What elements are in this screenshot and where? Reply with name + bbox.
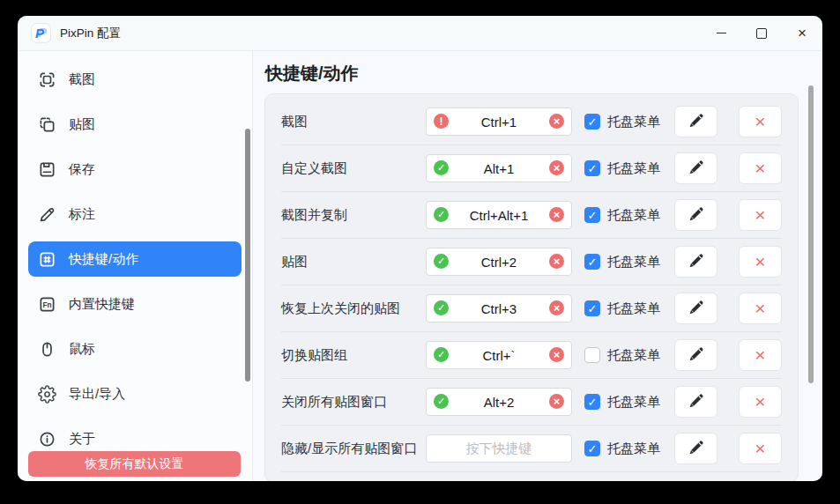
tray-menu-label: 托盘菜单	[607, 347, 660, 364]
main-panel: 快捷键/动作 截图 ! Ctrl+1 × ✓ 托盘菜单 × 自定义截图 ✓ Al…	[253, 51, 822, 481]
sidebar-item-builtin-hotkeys[interactable]: Fn 内置快捷键	[28, 286, 242, 322]
sidebar-item-pin-image[interactable]: 贴图	[28, 107, 242, 142]
clear-hotkey-icon[interactable]: ×	[549, 254, 564, 269]
sidebar-item-label: 保存	[69, 161, 95, 178]
hotkey-status-icon: !	[434, 114, 449, 129]
close-button[interactable]: ×	[782, 16, 822, 50]
edit-action-button[interactable]	[674, 152, 717, 184]
delete-x-icon: ×	[755, 345, 765, 364]
hotkey-action-label: 贴图	[281, 254, 426, 271]
maximize-button[interactable]	[741, 16, 782, 50]
sidebar-item-annotate[interactable]: 标注	[28, 196, 242, 232]
window-title: PixPin 配置	[60, 26, 121, 41]
tray-menu-checkbox[interactable]: ✓	[584, 394, 600, 410]
sidebar-item-export-import[interactable]: 导出/导入	[28, 376, 242, 411]
sidebar-item-screenshot[interactable]: 截图	[28, 62, 242, 97]
delete-hotkey-button[interactable]: ×	[739, 386, 782, 418]
window-controls: ×	[701, 16, 822, 50]
tray-menu-label: 托盘菜单	[607, 441, 660, 457]
hotkey-row: 切换贴图组 ✓ Ctrl+` × 托盘菜单 ×	[281, 332, 782, 379]
edit-action-button[interactable]	[674, 199, 717, 231]
delete-x-icon: ×	[755, 112, 765, 130]
delete-hotkey-button[interactable]: ×	[739, 106, 782, 137]
clear-hotkey-icon[interactable]: ×	[549, 114, 564, 129]
hotkey-input[interactable]: ✓ Ctrl+3 ×	[426, 294, 572, 322]
hotkey-row: 关闭所有贴图窗口 ✓ Alt+2 × ✓ 托盘菜单 ×	[281, 379, 782, 426]
tray-menu-checkbox[interactable]: ✓	[584, 207, 600, 223]
hotkey-action-label: 切换贴图组	[281, 347, 426, 364]
delete-hotkey-button[interactable]: ×	[739, 293, 782, 324]
hotkey-action-label: 恢复上次关闭的贴图	[281, 300, 426, 317]
svg-text:Fn: Fn	[42, 300, 51, 308]
hotkey-action-label: 截图并复制	[281, 207, 426, 224]
clear-hotkey-icon[interactable]: ×	[549, 207, 564, 222]
tray-menu-checkbox[interactable]: ✓	[584, 441, 600, 456]
clear-hotkey-icon[interactable]: ×	[549, 300, 564, 315]
hotkey-input[interactable]: ✓ Ctrl+Alt+1 ×	[426, 201, 572, 229]
delete-hotkey-button[interactable]: ×	[739, 199, 782, 231]
tray-menu-label: 托盘菜单	[607, 254, 660, 271]
edit-action-button[interactable]	[674, 246, 717, 278]
hotkey-row: 截图 ! Ctrl+1 × ✓ 托盘菜单 ×	[281, 99, 782, 145]
hotkey-action-label: 自定义截图	[281, 160, 426, 177]
hotkey-action-label: 关闭所有贴图窗口	[281, 394, 426, 411]
titlebar[interactable]: P P PixPin 配置 ×	[18, 16, 822, 51]
sidebar-item-label: 快捷键/动作	[69, 251, 138, 268]
edit-action-button[interactable]	[674, 433, 717, 464]
sidebar-item-label: 贴图	[69, 116, 95, 133]
pixpin-config-window: P P PixPin 配置 × 截图 贴图 保存 标注 快捷键/动作 Fn 内置…	[18, 16, 822, 481]
tray-menu-checkbox[interactable]: ✓	[584, 300, 600, 316]
pencil-icon	[688, 439, 705, 459]
hotkey-status-icon: ✓	[434, 347, 449, 362]
sidebar-item-save[interactable]: 保存	[28, 152, 242, 187]
clear-hotkey-icon[interactable]: ×	[549, 347, 564, 362]
edit-action-button[interactable]	[674, 339, 717, 371]
hotkey-row: 隐藏/显示所有贴图窗口 按下快捷键 ✓ 托盘菜单 ×	[281, 426, 782, 472]
minimize-icon	[717, 33, 726, 33]
annotate-icon	[37, 204, 56, 224]
edit-action-button[interactable]	[674, 386, 717, 418]
pencil-icon	[688, 299, 705, 319]
app-body: 截图 贴图 保存 标注 快捷键/动作 Fn 内置快捷键 鼠标 导出/导入 关于 …	[18, 51, 822, 481]
edit-action-button[interactable]	[674, 106, 717, 137]
sidebar-item-label: 鼠标	[69, 341, 95, 358]
minimize-button[interactable]	[701, 16, 741, 50]
tray-menu-label: 托盘菜单	[607, 114, 660, 130]
hotkey-input[interactable]: 按下快捷键	[426, 434, 572, 463]
delete-hotkey-button[interactable]: ×	[739, 339, 782, 371]
edit-action-button[interactable]	[674, 293, 717, 324]
hotkey-action-label: 隐藏/显示所有贴图窗口	[281, 441, 426, 457]
pencil-icon	[688, 205, 705, 226]
pencil-icon	[688, 345, 705, 366]
hotkey-list-card: 截图 ! Ctrl+1 × ✓ 托盘菜单 × 自定义截图 ✓ Alt+1 × ✓	[264, 93, 799, 481]
hotkey-row: 自定义截图 ✓ Alt+1 × ✓ 托盘菜单 ×	[281, 145, 782, 192]
clear-hotkey-icon[interactable]: ×	[549, 160, 564, 175]
hotkey-input[interactable]: ✓ Alt+2 ×	[426, 388, 572, 416]
delete-hotkey-button[interactable]: ×	[739, 152, 782, 184]
sidebar-item-hotkeys-actions[interactable]: 快捷键/动作	[28, 241, 242, 277]
tray-menu-checkbox[interactable]: ✓	[584, 254, 600, 270]
tray-menu-checkbox[interactable]: ✓	[584, 114, 600, 130]
pencil-icon	[688, 112, 705, 132]
tray-menu-checkbox[interactable]: ✓	[584, 160, 600, 176]
clear-hotkey-icon[interactable]: ×	[549, 394, 564, 409]
sidebar-item-mouse[interactable]: 鼠标	[28, 331, 242, 367]
about-icon	[37, 429, 56, 448]
hotkey-status-icon: ✓	[434, 394, 449, 409]
hotkey-input[interactable]: ✓ Ctrl+2 ×	[426, 248, 572, 276]
main-scrollbar[interactable]	[808, 85, 814, 383]
hotkey-status-icon: ✓	[434, 254, 449, 269]
hotkey-input[interactable]: ✓ Ctrl+` ×	[426, 341, 572, 369]
tray-menu-label: 托盘菜单	[607, 160, 660, 177]
delete-hotkey-button[interactable]: ×	[739, 433, 782, 464]
delete-hotkey-button[interactable]: ×	[739, 246, 782, 278]
maximize-icon	[756, 28, 767, 39]
sidebar-scrollbar[interactable]	[245, 129, 250, 382]
hotkey-input[interactable]: ! Ctrl+1 ×	[426, 107, 572, 136]
delete-x-icon: ×	[755, 439, 765, 457]
hotkey-input[interactable]: ✓ Alt+1 ×	[426, 154, 572, 182]
sidebar-item-label: 标注	[69, 206, 95, 223]
tray-menu-label: 托盘菜单	[607, 207, 660, 224]
reset-defaults-button[interactable]: 恢复所有默认设置	[28, 451, 241, 477]
tray-menu-checkbox[interactable]	[584, 347, 600, 363]
